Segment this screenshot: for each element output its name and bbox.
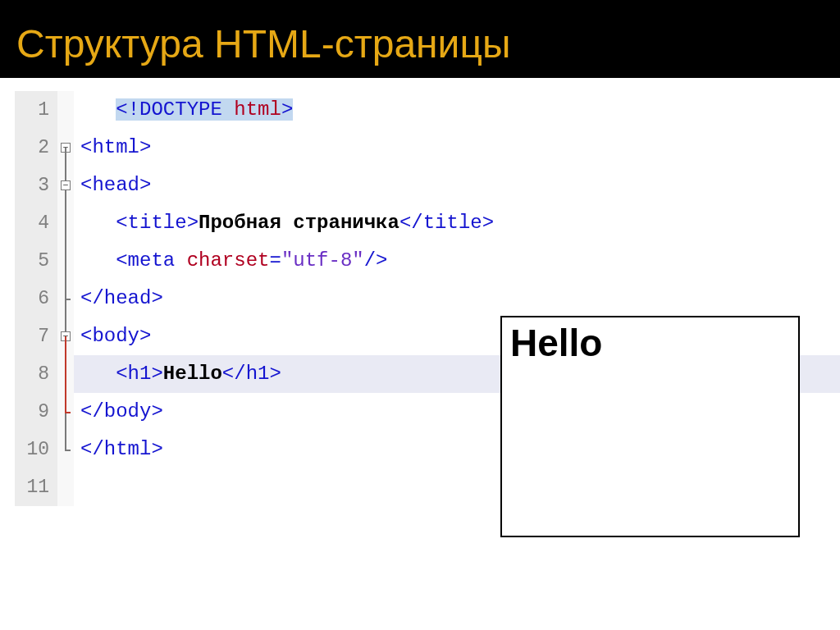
browser-preview: Hello bbox=[500, 316, 800, 537]
fold-gutter: − bbox=[57, 317, 74, 355]
code-text: <!DOCTYPE html> bbox=[74, 100, 293, 120]
code-line: 2 − <html> bbox=[15, 129, 840, 167]
line-number: 11 bbox=[15, 468, 57, 506]
line-number: 5 bbox=[15, 242, 57, 280]
line-number: 9 bbox=[15, 393, 57, 431]
fold-gutter bbox=[57, 468, 74, 506]
code-text: <title>Пробная страничка</title> bbox=[74, 213, 494, 233]
code-text: <html> bbox=[74, 138, 151, 158]
code-text: </head> bbox=[74, 289, 163, 308]
preview-heading: Hello bbox=[510, 321, 790, 365]
line-number: 1 bbox=[15, 91, 57, 129]
line-number: 6 bbox=[15, 280, 57, 317]
line-number: 4 bbox=[15, 204, 57, 242]
line-number: 3 bbox=[15, 167, 57, 204]
code-line: 4 <title>Пробная страничка</title> bbox=[15, 204, 840, 242]
fold-gutter bbox=[57, 204, 74, 242]
line-number: 7 bbox=[15, 317, 57, 355]
code-text: <meta charset="utf-8"/> bbox=[74, 251, 388, 271]
code-line: 6 </head> bbox=[15, 280, 840, 317]
code-text: </body> bbox=[74, 402, 163, 422]
code-line: 5 <meta charset="utf-8"/> bbox=[15, 242, 840, 280]
fold-gutter bbox=[57, 242, 74, 280]
code-text: <head> bbox=[74, 176, 151, 195]
fold-gutter bbox=[57, 393, 74, 431]
fold-gutter bbox=[57, 355, 74, 393]
fold-gutter: − bbox=[57, 129, 74, 167]
fold-gutter bbox=[57, 280, 74, 317]
code-line: 1 <!DOCTYPE html> bbox=[15, 91, 840, 129]
fold-gutter bbox=[57, 431, 74, 468]
line-number: 2 bbox=[15, 129, 57, 167]
slide-title: Структура HTML-страницы bbox=[16, 21, 824, 66]
fold-toggle-icon[interactable]: − bbox=[61, 180, 71, 190]
code-text: <h1>Hello</h1> bbox=[74, 364, 281, 384]
code-line: 3 − <head> bbox=[15, 167, 840, 204]
slide-content: 1 <!DOCTYPE html> 2 − <html> 3 − <head> … bbox=[0, 78, 840, 506]
fold-gutter: − bbox=[57, 167, 74, 204]
code-text: </html> bbox=[74, 440, 163, 459]
code-text: <body> bbox=[74, 326, 151, 346]
line-number: 10 bbox=[15, 431, 57, 468]
fold-gutter bbox=[57, 91, 74, 129]
line-number: 8 bbox=[15, 355, 57, 393]
slide-header: Структура HTML-страницы bbox=[0, 0, 840, 78]
